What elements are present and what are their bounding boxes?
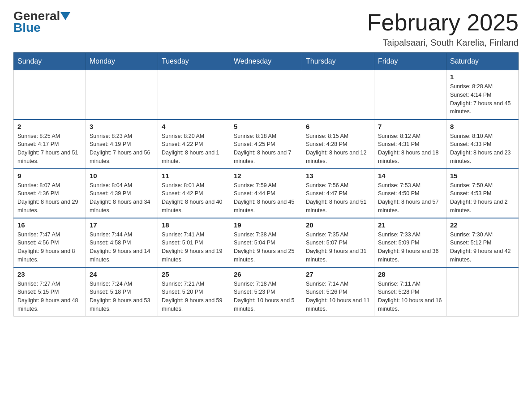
calendar-week-row: 16Sunrise: 7:47 AMSunset: 4:56 PMDayligh… — [14, 218, 519, 267]
calendar-week-row: 1Sunrise: 8:28 AMSunset: 4:14 PMDaylight… — [14, 70, 519, 120]
calendar-header-monday: Monday — [86, 53, 158, 70]
day-info: Sunrise: 7:38 AMSunset: 5:04 PMDaylight:… — [234, 231, 298, 264]
calendar-cell: 12Sunrise: 7:59 AMSunset: 4:44 PMDayligh… — [230, 169, 302, 218]
day-number: 13 — [306, 172, 370, 180]
day-info: Sunrise: 7:44 AMSunset: 4:58 PMDaylight:… — [90, 231, 154, 264]
day-number: 22 — [450, 221, 515, 229]
calendar-cell: 21Sunrise: 7:33 AMSunset: 5:09 PMDayligh… — [374, 218, 446, 267]
calendar-cell: 7Sunrise: 8:12 AMSunset: 4:31 PMDaylight… — [374, 120, 446, 169]
day-number: 15 — [450, 172, 515, 180]
month-title: February 2025 — [367, 9, 519, 36]
day-info: Sunrise: 7:56 AMSunset: 4:47 PMDaylight:… — [306, 181, 370, 215]
calendar-week-row: 23Sunrise: 7:27 AMSunset: 5:15 PMDayligh… — [14, 267, 519, 317]
calendar-cell: 2Sunrise: 8:25 AMSunset: 4:17 PMDaylight… — [14, 120, 86, 169]
calendar-cell: 24Sunrise: 7:24 AMSunset: 5:18 PMDayligh… — [86, 267, 158, 317]
day-number: 14 — [378, 172, 442, 180]
day-number: 11 — [162, 172, 226, 180]
calendar-cell: 4Sunrise: 8:20 AMSunset: 4:22 PMDaylight… — [158, 120, 230, 169]
day-number: 20 — [306, 221, 370, 229]
calendar-cell: 27Sunrise: 7:14 AMSunset: 5:26 PMDayligh… — [302, 267, 374, 317]
calendar-cell: 9Sunrise: 8:07 AMSunset: 4:36 PMDaylight… — [14, 169, 86, 218]
calendar-table: SundayMondayTuesdayWednesdayThursdayFrid… — [13, 52, 519, 317]
day-number: 8 — [450, 123, 515, 130]
calendar-cell: 28Sunrise: 7:11 AMSunset: 5:28 PMDayligh… — [374, 267, 446, 317]
svg-marker-0 — [60, 12, 70, 20]
day-number: 25 — [162, 270, 226, 278]
day-number: 5 — [234, 123, 298, 130]
day-info: Sunrise: 7:18 AMSunset: 5:23 PMDaylight:… — [234, 280, 298, 313]
calendar-cell — [158, 70, 230, 120]
day-info: Sunrise: 7:24 AMSunset: 5:18 PMDaylight:… — [90, 280, 154, 313]
calendar-cell: 18Sunrise: 7:41 AMSunset: 5:01 PMDayligh… — [158, 218, 230, 267]
day-number: 10 — [90, 172, 154, 180]
day-number: 2 — [17, 123, 82, 130]
day-info: Sunrise: 7:27 AMSunset: 5:15 PMDaylight:… — [17, 280, 82, 313]
day-info: Sunrise: 7:59 AMSunset: 4:44 PMDaylight:… — [234, 181, 298, 215]
calendar-cell: 26Sunrise: 7:18 AMSunset: 5:23 PMDayligh… — [230, 267, 302, 317]
calendar-cell: 8Sunrise: 8:10 AMSunset: 4:33 PMDaylight… — [446, 120, 519, 169]
day-info: Sunrise: 7:47 AMSunset: 4:56 PMDaylight:… — [17, 231, 82, 264]
logo-area: General Blue — [13, 9, 71, 35]
day-number: 16 — [17, 221, 82, 229]
day-info: Sunrise: 7:35 AMSunset: 5:07 PMDaylight:… — [306, 231, 370, 264]
day-info: Sunrise: 7:30 AMSunset: 5:12 PMDaylight:… — [450, 231, 515, 264]
day-number: 24 — [90, 270, 154, 278]
day-info: Sunrise: 8:25 AMSunset: 4:17 PMDaylight:… — [17, 132, 82, 166]
calendar-header-thursday: Thursday — [302, 53, 374, 70]
day-number: 9 — [17, 172, 82, 180]
calendar-cell: 19Sunrise: 7:38 AMSunset: 5:04 PMDayligh… — [230, 218, 302, 267]
day-number: 28 — [378, 270, 442, 278]
calendar-cell — [446, 267, 519, 317]
day-number: 17 — [90, 221, 154, 229]
calendar-cell — [230, 70, 302, 120]
day-number: 7 — [378, 123, 442, 130]
day-info: Sunrise: 7:14 AMSunset: 5:26 PMDaylight:… — [306, 280, 370, 313]
location-subtitle: Taipalsaari, South Karelia, Finland — [367, 38, 519, 48]
day-number: 27 — [306, 270, 370, 278]
calendar-header-sunday: Sunday — [14, 53, 86, 70]
calendar-cell: 6Sunrise: 8:15 AMSunset: 4:28 PMDaylight… — [302, 120, 374, 169]
day-info: Sunrise: 8:07 AMSunset: 4:36 PMDaylight:… — [17, 181, 82, 215]
calendar-cell: 5Sunrise: 8:18 AMSunset: 4:25 PMDaylight… — [230, 120, 302, 169]
title-area: February 2025 Taipalsaari, South Karelia… — [367, 9, 519, 48]
calendar-cell: 3Sunrise: 8:23 AMSunset: 4:19 PMDaylight… — [86, 120, 158, 169]
calendar-cell: 1Sunrise: 8:28 AMSunset: 4:14 PMDaylight… — [446, 70, 519, 120]
calendar-cell — [14, 70, 86, 120]
calendar-header-row: SundayMondayTuesdayWednesdayThursdayFrid… — [14, 53, 519, 70]
day-info: Sunrise: 8:23 AMSunset: 4:19 PMDaylight:… — [90, 132, 154, 166]
day-number: 19 — [234, 221, 298, 229]
day-number: 1 — [450, 73, 515, 81]
calendar-cell: 23Sunrise: 7:27 AMSunset: 5:15 PMDayligh… — [14, 267, 86, 317]
day-number: 3 — [90, 123, 154, 130]
day-info: Sunrise: 7:41 AMSunset: 5:01 PMDaylight:… — [162, 231, 226, 264]
day-number: 18 — [162, 221, 226, 229]
day-info: Sunrise: 7:11 AMSunset: 5:28 PMDaylight:… — [378, 280, 442, 313]
calendar-cell: 10Sunrise: 8:04 AMSunset: 4:39 PMDayligh… — [86, 169, 158, 218]
day-info: Sunrise: 8:01 AMSunset: 4:42 PMDaylight:… — [162, 181, 226, 215]
day-info: Sunrise: 7:21 AMSunset: 5:20 PMDaylight:… — [162, 280, 226, 313]
day-info: Sunrise: 7:53 AMSunset: 4:50 PMDaylight:… — [378, 181, 442, 215]
day-info: Sunrise: 8:10 AMSunset: 4:33 PMDaylight:… — [450, 132, 515, 166]
day-number: 4 — [162, 123, 226, 130]
calendar-cell: 22Sunrise: 7:30 AMSunset: 5:12 PMDayligh… — [446, 218, 519, 267]
calendar-cell: 16Sunrise: 7:47 AMSunset: 4:56 PMDayligh… — [14, 218, 86, 267]
calendar-header-wednesday: Wednesday — [230, 53, 302, 70]
day-number: 6 — [306, 123, 370, 130]
calendar-week-row: 2Sunrise: 8:25 AMSunset: 4:17 PMDaylight… — [14, 120, 519, 169]
calendar-cell: 11Sunrise: 8:01 AMSunset: 4:42 PMDayligh… — [158, 169, 230, 218]
calendar-cell: 25Sunrise: 7:21 AMSunset: 5:20 PMDayligh… — [158, 267, 230, 317]
day-number: 26 — [234, 270, 298, 278]
calendar-header-friday: Friday — [374, 53, 446, 70]
day-info: Sunrise: 7:33 AMSunset: 5:09 PMDaylight:… — [378, 231, 442, 264]
calendar-cell — [374, 70, 446, 120]
logo-blue-text: Blue — [13, 21, 41, 34]
day-info: Sunrise: 7:50 AMSunset: 4:53 PMDaylight:… — [450, 181, 515, 215]
day-info: Sunrise: 8:28 AMSunset: 4:14 PMDaylight:… — [450, 82, 515, 116]
calendar-cell: 15Sunrise: 7:50 AMSunset: 4:53 PMDayligh… — [446, 169, 519, 218]
day-info: Sunrise: 8:12 AMSunset: 4:31 PMDaylight:… — [378, 132, 442, 166]
day-info: Sunrise: 8:18 AMSunset: 4:25 PMDaylight:… — [234, 132, 298, 166]
day-info: Sunrise: 8:15 AMSunset: 4:28 PMDaylight:… — [306, 132, 370, 166]
calendar-cell — [86, 70, 158, 120]
day-info: Sunrise: 8:04 AMSunset: 4:39 PMDaylight:… — [90, 181, 154, 215]
calendar-cell: 17Sunrise: 7:44 AMSunset: 4:58 PMDayligh… — [86, 218, 158, 267]
